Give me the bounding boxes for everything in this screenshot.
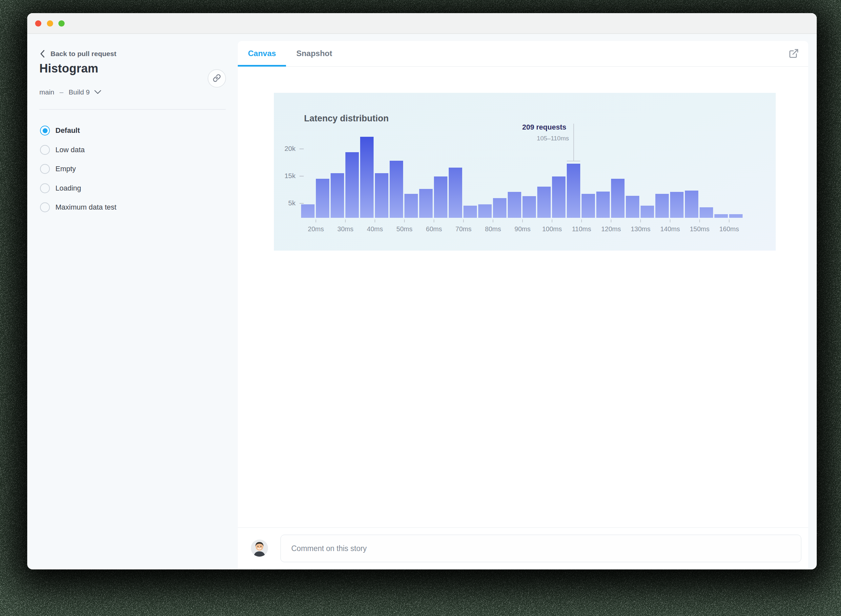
user-avatar: [251, 540, 268, 557]
histogram-bar[interactable]: [375, 173, 388, 218]
histogram-bar[interactable]: [331, 173, 344, 218]
chevron-down-icon: [93, 88, 101, 96]
sidebar: Back to pull request Histogram main – Bu…: [27, 34, 238, 569]
tab-bar: Canvas Snapshot: [238, 41, 808, 67]
histogram-bar[interactable]: [626, 196, 639, 218]
y-axis-tick-mark: [299, 203, 304, 204]
x-axis-tick-mark: [345, 219, 346, 222]
back-to-pull-request-link[interactable]: Back to pull request: [40, 48, 116, 60]
story-variant-label: Low data: [56, 146, 85, 154]
histogram-bar[interactable]: [316, 179, 329, 218]
radio-icon: [40, 126, 50, 135]
histogram-bar[interactable]: [685, 191, 698, 218]
histogram-bar[interactable]: [493, 198, 507, 218]
story-variant-option[interactable]: Empty: [40, 160, 224, 179]
x-axis-tick-label: 20ms: [301, 225, 331, 233]
histogram-bar[interactable]: [729, 214, 743, 218]
y-axis-tick-label: 15k: [274, 172, 296, 180]
radio-icon: [40, 164, 50, 174]
x-axis-tick-label: 110ms: [567, 225, 596, 233]
chart-plot-area: 209 requests 105–110ms 20k15k5k20ms30ms4…: [274, 93, 776, 251]
app-window: Back to pull request Histogram main – Bu…: [27, 13, 817, 569]
branch-build-separator: –: [60, 88, 64, 96]
tab-canvas-label: Canvas: [248, 49, 276, 58]
x-axis-tick-label: 40ms: [360, 225, 390, 233]
radio-icon: [40, 202, 50, 212]
histogram-bar[interactable]: [596, 192, 610, 218]
link-icon: [212, 74, 221, 83]
x-axis-tick-mark: [315, 219, 316, 222]
tab-snapshot-label: Snapshot: [296, 49, 332, 58]
x-axis-tick-mark: [493, 219, 493, 222]
histogram-bar[interactable]: [567, 164, 580, 218]
x-axis-tick-mark: [670, 219, 670, 222]
window-content: Back to pull request Histogram main – Bu…: [27, 34, 817, 569]
back-link-label: Back to pull request: [51, 50, 116, 58]
x-axis-tick-mark: [552, 219, 552, 222]
histogram-bar[interactable]: [552, 176, 566, 218]
histogram-bar[interactable]: [700, 207, 713, 218]
histogram-bar[interactable]: [419, 189, 433, 218]
story-variant-option[interactable]: Low data: [40, 140, 224, 160]
histogram-bar[interactable]: [611, 179, 624, 218]
tooltip-range: 105–110ms: [438, 135, 569, 142]
story-variant-label: Loading: [56, 184, 81, 192]
open-in-new-window-button[interactable]: [788, 48, 800, 60]
x-axis-tick-mark: [522, 219, 523, 222]
tooltip-pointer-cap: [567, 161, 580, 161]
x-axis-tick-label: 70ms: [449, 225, 478, 233]
x-axis-tick-mark: [699, 219, 700, 222]
histogram-bar[interactable]: [346, 152, 359, 218]
x-axis-tick-mark: [581, 219, 582, 222]
histogram-bar[interactable]: [478, 204, 492, 218]
x-axis-tick-label: 130ms: [626, 225, 655, 233]
histogram-bar[interactable]: [508, 192, 521, 218]
histogram-bar[interactable]: [404, 194, 418, 218]
radio-icon: [40, 183, 50, 193]
histogram-bar[interactable]: [537, 187, 551, 218]
story-variant-option[interactable]: Loading: [40, 179, 224, 198]
y-axis-tick-label: 20k: [274, 145, 296, 153]
histogram-bar[interactable]: [434, 176, 447, 218]
external-link-icon: [788, 48, 799, 60]
tab-canvas[interactable]: Canvas: [238, 41, 286, 66]
comment-input[interactable]: [280, 535, 801, 562]
y-axis-tick-mark: [299, 148, 304, 149]
x-axis-tick-label: 160ms: [714, 225, 744, 233]
x-axis-tick-mark: [729, 219, 730, 222]
traffic-light-close-button[interactable]: [35, 21, 41, 26]
histogram-bar[interactable]: [390, 161, 403, 218]
tooltip-pointer-line: [573, 124, 574, 161]
x-axis-tick-mark: [404, 219, 405, 222]
story-variant-label: Default: [56, 126, 80, 135]
x-axis-tick-mark: [434, 219, 434, 222]
story-variant-label: Empty: [56, 165, 76, 173]
x-axis-tick-mark: [375, 219, 375, 222]
histogram-bar[interactable]: [670, 192, 684, 218]
histogram-bar[interactable]: [655, 194, 669, 218]
histogram-bar[interactable]: [360, 137, 374, 218]
x-axis-tick-mark: [463, 219, 464, 222]
x-axis-tick-label: 120ms: [596, 225, 626, 233]
copy-link-button[interactable]: [208, 69, 226, 88]
traffic-light-minimize-button[interactable]: [47, 21, 53, 26]
tooltip-value: 209 requests: [435, 123, 567, 132]
histogram-bar[interactable]: [463, 206, 477, 218]
sidebar-divider: [40, 109, 226, 110]
traffic-light-zoom-button[interactable]: [59, 21, 64, 26]
histogram-bar[interactable]: [582, 194, 595, 218]
histogram-bar[interactable]: [449, 168, 462, 218]
story-variant-option[interactable]: Default: [40, 121, 224, 140]
histogram-bar[interactable]: [523, 196, 536, 218]
latency-histogram-chart: Latency distribution 209 requests 105–11…: [274, 93, 776, 251]
x-axis-tick-label: 90ms: [508, 225, 537, 233]
tab-snapshot[interactable]: Snapshot: [286, 41, 342, 66]
histogram-bar[interactable]: [640, 206, 654, 218]
x-axis-tick-label: 60ms: [419, 225, 449, 233]
x-axis-tick-label: 80ms: [478, 225, 508, 233]
histogram-bar[interactable]: [714, 214, 728, 218]
x-axis-tick-mark: [640, 219, 641, 222]
story-variant-option[interactable]: Maximum data test: [40, 198, 224, 217]
branch-build-selector[interactable]: main – Build 9: [40, 87, 101, 97]
histogram-bar[interactable]: [301, 204, 315, 218]
